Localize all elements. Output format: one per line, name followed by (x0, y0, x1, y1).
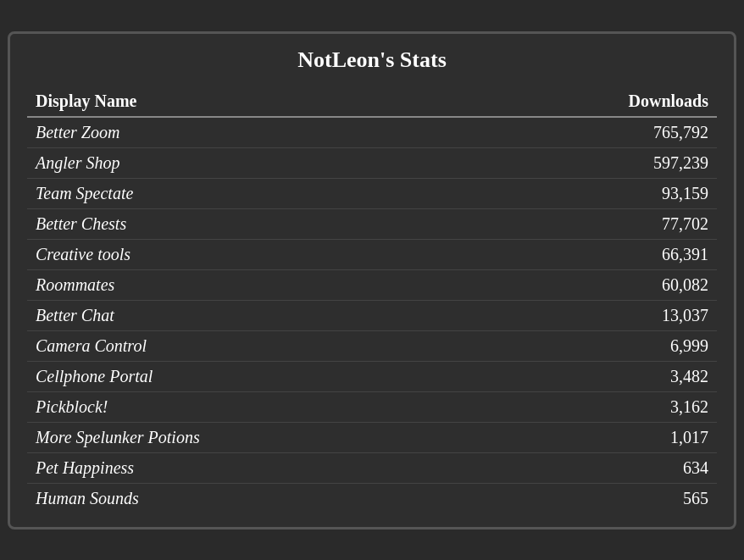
column-header-downloads: Downloads (476, 86, 717, 117)
row-display-name: Pet Happiness (27, 452, 476, 483)
row-display-name: Creative tools (27, 239, 476, 269)
row-display-name: Better Zoom (27, 117, 476, 148)
table-row: Team Spectate93,159 (27, 178, 717, 208)
row-display-name: Camera Control (27, 330, 476, 361)
row-downloads: 66,391 (476, 239, 717, 269)
table-row: Better Zoom765,792 (27, 117, 717, 148)
row-downloads: 1,017 (476, 422, 717, 452)
stats-container: NotLeon's Stats Display Name Downloads B… (8, 31, 736, 530)
row-display-name: Team Spectate (27, 178, 476, 208)
table-row: Camera Control6,999 (27, 330, 717, 361)
table-row: Pickblock!3,162 (27, 391, 717, 422)
table-row: More Spelunker Potions1,017 (27, 422, 717, 452)
table-row: Roommates60,082 (27, 269, 717, 300)
row-downloads: 77,702 (476, 208, 717, 239)
row-downloads: 634 (476, 452, 717, 483)
row-display-name: More Spelunker Potions (27, 422, 476, 452)
row-downloads: 13,037 (476, 300, 717, 330)
column-header-name: Display Name (27, 86, 476, 117)
table-row: Human Sounds565 (27, 483, 717, 513)
row-downloads: 3,162 (476, 391, 717, 422)
row-downloads: 6,999 (476, 330, 717, 361)
table-header-row: Display Name Downloads (27, 86, 717, 117)
row-downloads: 60,082 (476, 269, 717, 300)
row-downloads: 765,792 (476, 117, 717, 148)
table-row: Creative tools66,391 (27, 239, 717, 269)
table-row: Cellphone Portal3,482 (27, 361, 717, 391)
stats-table: Display Name Downloads Better Zoom765,79… (27, 86, 717, 513)
table-row: Pet Happiness634 (27, 452, 717, 483)
row-display-name: Roommates (27, 269, 476, 300)
row-display-name: Pickblock! (27, 391, 476, 422)
row-downloads: 565 (476, 483, 717, 513)
page-title: NotLeon's Stats (27, 47, 717, 73)
table-row: Better Chests77,702 (27, 208, 717, 239)
table-row: Angler Shop597,239 (27, 147, 717, 178)
table-row: Better Chat13,037 (27, 300, 717, 330)
row-downloads: 3,482 (476, 361, 717, 391)
row-downloads: 93,159 (476, 178, 717, 208)
row-display-name: Better Chat (27, 300, 476, 330)
row-display-name: Angler Shop (27, 147, 476, 178)
row-display-name: Better Chests (27, 208, 476, 239)
row-display-name: Human Sounds (27, 483, 476, 513)
row-display-name: Cellphone Portal (27, 361, 476, 391)
row-downloads: 597,239 (476, 147, 717, 178)
